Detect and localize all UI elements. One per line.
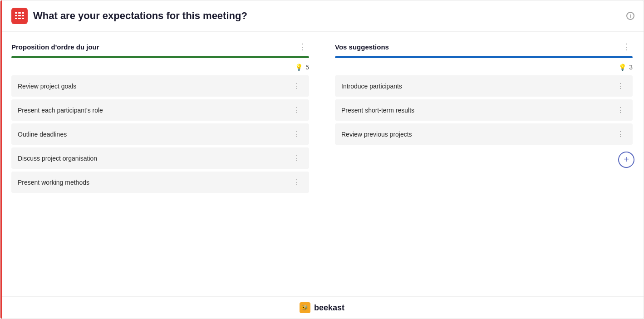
list-item[interactable]: Review previous projects ⋮	[335, 123, 633, 145]
page-header: What are your expectations for this meet…	[0, 0, 644, 32]
column-proposition-count: 5	[305, 64, 309, 71]
column-divider	[322, 41, 322, 287]
item-text: Introduce participants	[341, 83, 402, 90]
column-proposition-title: Proposition d'ordre du jour	[11, 43, 99, 51]
item-text: Review previous projects	[341, 131, 412, 138]
list-item[interactable]: Outline deadlines ⋮	[11, 123, 309, 145]
column-suggestions-progress-bar	[335, 56, 633, 58]
column-suggestions-header: Vos suggestions ⋮	[335, 41, 633, 53]
item-menu-button[interactable]: ⋮	[615, 105, 626, 115]
item-text: Present working methods	[18, 179, 89, 186]
page-footer: 🐝 beekast	[0, 296, 644, 319]
list-item[interactable]: Introduce participants ⋮	[335, 75, 633, 97]
column-suggestions-menu-button[interactable]: ⋮	[620, 41, 633, 53]
column-suggestions: Vos suggestions ⋮ 💡 3 Introduce particip…	[335, 41, 633, 287]
column-proposition: Proposition d'ordre du jour ⋮ 💡 5 Review…	[11, 41, 309, 287]
column-proposition-progress-bar	[11, 56, 309, 58]
list-item[interactable]: Present short-term results ⋮	[335, 99, 633, 121]
column-suggestions-count: 3	[629, 64, 633, 71]
app-icon	[11, 8, 28, 24]
bulb-icon: 💡	[619, 64, 626, 71]
list-item[interactable]: Discuss project organisation ⋮	[11, 147, 309, 169]
bulb-icon: 💡	[295, 64, 303, 71]
item-menu-button[interactable]: ⋮	[291, 81, 303, 91]
item-text: Review project goals	[18, 83, 76, 90]
add-column-button[interactable]: +	[618, 152, 634, 168]
list-item[interactable]: Present each participant's role ⋮	[11, 99, 309, 121]
item-menu-button[interactable]: ⋮	[615, 129, 626, 139]
item-text: Present short-term results	[341, 107, 414, 114]
list-item[interactable]: Present working methods ⋮	[11, 172, 309, 193]
item-text: Outline deadlines	[18, 131, 67, 138]
item-menu-button[interactable]: ⋮	[291, 105, 303, 115]
column-suggestions-stats: 💡 3	[335, 64, 633, 71]
item-menu-button[interactable]: ⋮	[291, 153, 303, 163]
column-suggestions-items: Introduce participants ⋮ Present short-t…	[335, 75, 633, 145]
beekast-logo-icon: 🐝	[300, 302, 310, 313]
column-proposition-header: Proposition d'ordre du jour ⋮	[11, 41, 309, 53]
page-container: What are your expectations for this meet…	[0, 0, 644, 319]
info-icon[interactable]: i	[626, 12, 634, 20]
list-item[interactable]: Review project goals ⋮	[11, 75, 309, 97]
column-proposition-items: Review project goals ⋮ Present each part…	[11, 75, 309, 193]
item-menu-button[interactable]: ⋮	[291, 129, 303, 139]
brand-name: beekast	[314, 303, 344, 313]
item-menu-button[interactable]: ⋮	[291, 177, 303, 187]
item-menu-button[interactable]: ⋮	[615, 81, 626, 91]
column-proposition-stats: 💡 5	[11, 64, 309, 71]
item-text: Discuss project organisation	[18, 155, 97, 162]
item-text: Present each participant's role	[18, 107, 103, 114]
content-area: Proposition d'ordre du jour ⋮ 💡 5 Review…	[0, 32, 644, 296]
column-suggestions-title: Vos suggestions	[335, 43, 389, 51]
column-proposition-menu-button[interactable]: ⋮	[297, 41, 309, 53]
page-title: What are your expectations for this meet…	[33, 10, 621, 22]
